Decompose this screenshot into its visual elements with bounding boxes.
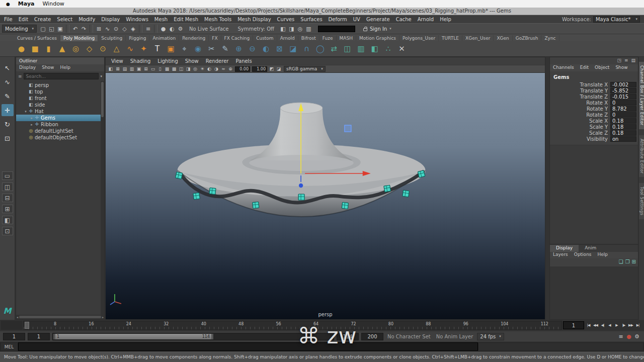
channel-label[interactable]: Scale Z [589,130,608,136]
ipr-render-icon[interactable]: ◐ [168,24,176,33]
outliner-row[interactable]: top [16,88,104,95]
playback-end-field[interactable]: 114 [337,333,359,340]
quad-draw-icon[interactable]: ✎ [219,43,231,55]
range-slider-track[interactable]: 1 114 [52,333,334,340]
channel-row[interactable]: Translate Y -5.852 [550,87,638,94]
scroll-right-arrow-icon[interactable]: ▸ [102,315,104,319]
bookmarks-icon[interactable]: ▥ [128,66,135,71]
poly-pyramid-icon[interactable]: △ [110,43,123,55]
object-mode-icon[interactable]: ◧ [279,24,287,33]
time-slider-track[interactable]: 81624324048566472808896104112 [23,321,562,330]
center-pivot-icon[interactable]: ⌖ [178,43,191,55]
make-live-icon[interactable]: ◈ [129,24,137,33]
layout-outliner-persp[interactable]: ◧ [2,216,13,224]
menu-item[interactable]: Generate [363,17,393,22]
auto-keyframe-icon[interactable]: ● [625,333,633,340]
channel-row[interactable]: Translate X -0.002 [550,81,638,87]
shelf-tab[interactable]: XGen_User [462,35,494,41]
shelf-tab[interactable]: Poly Modeling [60,35,98,41]
open-scene-icon[interactable]: ◱ [47,24,56,33]
move-tool[interactable]: ✛ [2,104,14,116]
shelf-tab[interactable]: TURTLE [439,35,462,41]
channel-label[interactable]: Translate X [580,82,608,87]
menu-item[interactable]: Edit [16,17,31,22]
channel-row[interactable]: Visibility on [550,136,638,142]
poly-disc-icon[interactable]: ⊙ [97,43,109,55]
menu-set-dropdown[interactable]: Modeling ▾ [2,25,37,33]
render-frame-icon[interactable]: ● [159,24,168,33]
bevel-icon[interactable]: ◪ [287,43,299,55]
channel-row[interactable]: Scale X 0.18 [550,118,638,124]
channel-value-field[interactable]: -0.015 [610,94,636,100]
highlight-selection-icon[interactable]: ◎ [296,24,304,33]
poly-cube-icon[interactable]: ■ [29,43,41,55]
outliner-vertical-scrollbar[interactable] [101,81,104,315]
component-mode-icon[interactable]: ◨ [287,24,296,33]
playback-start-field[interactable]: 1 [28,333,50,340]
channel-label[interactable]: Scale Y [590,124,608,130]
layout-four-panes[interactable]: ⊞ [2,205,13,213]
menu-item[interactable]: Mesh Display [234,17,274,22]
channel-label[interactable]: Scale X [589,118,608,124]
frame-all-icon[interactable]: ◎ [192,66,199,71]
channel-value-field[interactable]: -5.852 [610,88,636,94]
sidebar-tab[interactable]: Attribute Editor [639,135,644,177]
command-line-language-toggle[interactable]: MEL [0,342,18,351]
poly-helix-icon[interactable]: ∿ [124,43,136,55]
shelf-tab[interactable]: Sculpting [98,35,126,41]
sidebar-tab[interactable]: Tool Settings [639,183,644,219]
layout-two-panes-side[interactable]: ◫ [2,183,13,191]
menu-item[interactable]: Deform [326,17,350,22]
poly-cone-icon[interactable]: ▲ [56,43,68,55]
panel-menu-icon[interactable]: ≡ [624,58,628,64]
menu-item[interactable]: Display [98,17,123,22]
step-forward-frame-button[interactable]: |▶ [620,322,627,329]
sidebar-tab[interactable]: Channel Box / Layer Editor [639,62,644,129]
exposure-icon[interactable]: ◩ [268,66,275,71]
scroll-left-arrow-icon[interactable]: ◂ [17,315,18,319]
scrollbar-thumb[interactable] [101,82,104,117]
scrollbar-thumb[interactable] [19,316,101,318]
select-camera-icon[interactable]: ◧ [107,66,114,71]
menu-item[interactable]: Curves [274,17,298,22]
layout-two-panes-stacked[interactable]: ⊟ [2,194,13,202]
safe-action-icon[interactable]: ◫ [178,66,185,71]
shelf-tab[interactable]: Arnold [277,35,298,41]
channel-row[interactable]: Scale Y 0.18 [550,124,638,130]
workspace-dropdown[interactable]: Maya Classic* ▾ [593,16,640,23]
viewport-menu-item[interactable]: Lighting [154,57,181,65]
animation-end-field[interactable]: 200 [361,333,383,340]
menu-item[interactable]: Modify [75,17,98,22]
apple-menu-icon[interactable]: ● [6,2,10,7]
new-layer-from-selected-icon[interactable]: ⊞ [632,259,636,266]
fps-dropdown[interactable]: 24 fps ▾ [477,333,504,340]
shelf-tab[interactable]: Bifrost [298,35,319,41]
lock-camera-icon[interactable]: ⊠ [114,66,121,71]
viewport-menu-item[interactable]: Show [182,57,202,65]
shelf-tab[interactable]: Custom [253,35,277,41]
viewport-menu-item[interactable]: View [108,57,127,65]
layer-editor-tab[interactable]: Anim [579,245,602,252]
command-line-input[interactable] [18,342,478,351]
shadows-icon[interactable]: ◐ [206,66,213,71]
filter-icon[interactable]: ≡ [18,74,22,79]
divider-grip[interactable] [90,25,93,33]
construction-history-icon[interactable]: ≡ [144,24,152,33]
menu-item[interactable]: UV [350,17,363,22]
shelf-tab[interactable]: Zync [541,35,559,41]
outliner-row[interactable]: defaultObjectSet [16,134,104,141]
outliner-row[interactable]: ▸ Gems [16,115,104,121]
motion-blur-icon[interactable]: ≈ [220,66,227,71]
save-scene-icon[interactable]: ▣ [56,24,64,33]
expander-icon[interactable]: ▾ [23,110,28,114]
snap-plane-icon[interactable]: ◇ [120,24,129,33]
gamma-field[interactable]: 1.00 [252,66,267,72]
render-settings-icon[interactable]: ⚙ [176,24,185,33]
undo-icon[interactable]: ↶ [71,24,79,33]
menu-item[interactable]: Create [31,17,54,22]
outliner-menu-item[interactable]: Display [16,64,39,71]
image-plane-icon[interactable]: ▣ [135,66,142,71]
channel-value-field[interactable]: -0.002 [610,82,636,87]
symmetrize-icon[interactable]: ◧ [368,43,381,55]
step-forward-key-button[interactable]: ▶▶ [627,322,634,329]
